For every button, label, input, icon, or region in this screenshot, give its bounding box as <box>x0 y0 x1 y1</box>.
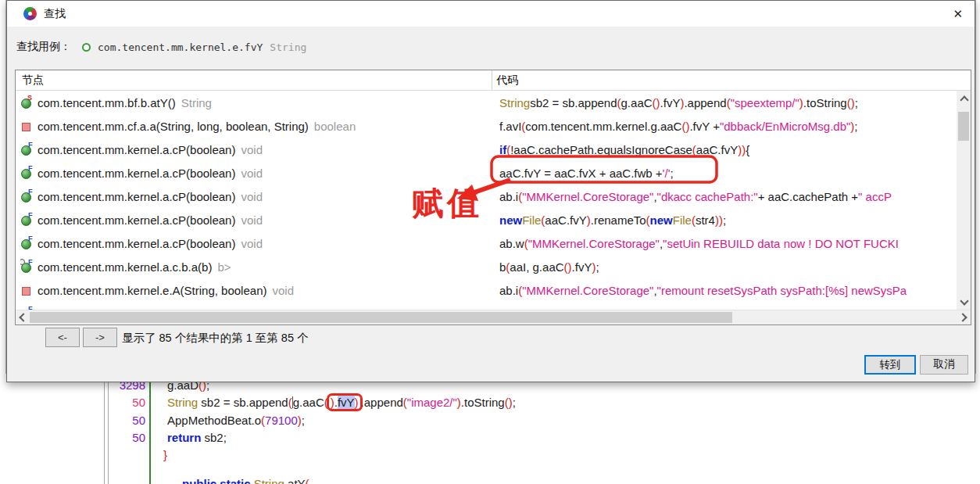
code-token: ; <box>513 396 516 409</box>
code-token: g.aaC <box>621 96 653 109</box>
horizontal-scrollbar[interactable] <box>16 310 971 324</box>
code-token: String <box>499 96 530 109</box>
result-row[interactable]: Scom.tencent.mm.bf.b.atY()StringString s… <box>16 91 957 114</box>
usage-value-type: String <box>270 41 306 53</box>
code-token: !aaC.cachePath.equalsIgnoreCase <box>510 143 692 156</box>
code-token: f.avI <box>499 120 521 133</box>
selection: fvY <box>338 396 355 409</box>
return-type: void <box>241 167 263 180</box>
return-type: b> <box>217 260 231 274</box>
code-token: if <box>499 143 506 156</box>
cancel-button[interactable]: 取消 <box>920 355 968 375</box>
code-token: '/' <box>663 167 671 180</box>
background-window-edge <box>975 0 976 385</box>
result-row[interactable]: Fcom.tencent.mm.kernel.a.cP(boolean)void… <box>16 208 957 231</box>
pager-status: 显示了 85 个结果中的第 1 至第 85 个 <box>122 331 309 346</box>
code-token: aaC.fvY <box>696 143 738 156</box>
node-cell: Fcom.tencent.mm.kernel.a.cP(boolean)void <box>20 231 489 255</box>
line-number: 50 <box>108 413 145 428</box>
code-token: () <box>653 96 660 109</box>
next-page-button[interactable]: -> <box>83 328 117 347</box>
code-token: ab.w <box>499 237 524 250</box>
method-private-icon <box>20 284 33 296</box>
result-row[interactable]: com.tencent.mm.cf.a.a(String, long, bool… <box>16 114 957 138</box>
code-token: public static <box>182 477 254 484</box>
code-token: String <box>254 477 284 484</box>
code-token: .toString <box>461 396 505 409</box>
result-row[interactable]: Fcom.tencent.mm.kernel.a.c.b.a(b)b>b(aaI… <box>16 255 957 278</box>
usage-row: 查找用例： com.tencent.mm.kernel.e.fvY String <box>16 39 306 55</box>
code-token: .fvY + <box>689 120 720 133</box>
code-token: atY <box>284 477 306 484</box>
code-token: )) <box>738 143 746 156</box>
close-icon[interactable]: ✕ <box>953 7 963 20</box>
code-token: "MMKernel.CoreStorage" <box>522 284 653 297</box>
code-token: } <box>163 448 167 461</box>
method-final-icon: F <box>20 143 33 156</box>
code-token: com.tencent.mm.kernel.g.aaC <box>525 120 681 133</box>
scroll-up-icon[interactable] <box>960 95 968 104</box>
result-row[interactable]: Fcom.tencent.mm.kernel.a.cP(boolean)void… <box>16 185 957 208</box>
code-token: "dkacc cachePath:" <box>657 190 758 203</box>
code-token: sb2 = sb.append <box>198 396 288 409</box>
dialog-titlebar[interactable]: 查找 <box>7 1 975 27</box>
vertical-scroll-thumb[interactable] <box>958 112 969 141</box>
code-token: File <box>522 213 541 227</box>
prev-page-button[interactable]: <- <box>45 328 80 347</box>
code-token: () <box>505 396 513 409</box>
code-token: .append <box>361 396 403 409</box>
method-signature: com.tencent.mm.bf.b.atY() <box>38 96 176 109</box>
panel-splitter[interactable] <box>104 374 105 484</box>
code-token: aaI, g.aaC <box>510 260 563 274</box>
code-cell: new File(aaC.fvY).renameTo(new File(str4… <box>492 208 957 231</box>
code-token: + aaC.cachePath + <box>758 190 858 203</box>
goto-button[interactable]: 转到 <box>864 355 916 375</box>
return-type: void <box>241 237 263 250</box>
code-cell: ab.w("MMKernel.CoreStorage", "setUin REB… <box>492 231 957 255</box>
code-token: () <box>681 120 689 133</box>
scroll-right-icon[interactable] <box>958 313 967 321</box>
code-token: sb2; <box>201 431 227 444</box>
column-divider[interactable] <box>492 70 492 90</box>
vertical-scrollbar[interactable] <box>957 91 971 310</box>
code-cell: aaC.fvY = aaC.fvX + aaC.fwb + '/'; <box>492 161 957 185</box>
results-body: Scom.tencent.mm.bf.b.atY()StringString s… <box>16 91 957 310</box>
node-cell: Fcom.tencent.mm.kernel.a.cP(boolean)void <box>20 138 489 161</box>
method-signature: com.tencent.mm.kernel.a.cP(boolean) <box>38 167 235 180</box>
method-signature: com.tencent.mm.kernel.e.A(String, boolea… <box>38 284 266 297</box>
code-token: File <box>673 213 692 227</box>
result-row[interactable]: Fcom.tencent.mm.kernel.a.cP(boolean)void… <box>16 161 957 185</box>
node-cell: Fcom.tencent.mm.kernel.a.c.b.a(b)b> <box>20 255 489 278</box>
node-cell: com.tencent.mm.cf.a.a(String, long, bool… <box>20 114 489 138</box>
code-token: str4 <box>696 213 715 227</box>
code-token: .append <box>684 96 726 109</box>
method-signature: com.tencent.mm.cf.a.a(String, long, bool… <box>38 120 309 133</box>
method-final-icon: F <box>20 213 33 226</box>
code-token: ( <box>306 477 309 484</box>
return-type: void <box>241 143 263 156</box>
highlight-box: ).fvY) <box>327 393 363 411</box>
return-type: String <box>181 96 212 109</box>
node-cell: Scom.tencent.mm.bf.b.atY()String <box>20 91 489 114</box>
code-token: () <box>847 96 855 109</box>
code-editor[interactable]: 3298g.aaD();50String sb2 = sb.append(g.a… <box>0 374 980 484</box>
screen: 3298g.aaD();50String sb2 = sb.append(g.a… <box>0 0 980 484</box>
result-row[interactable]: Fcom.tencent.mm.kernel.a.cP(boolean)void… <box>16 231 957 255</box>
code-line: public static String atY( <box>151 476 309 484</box>
code-token: 79100 <box>265 414 298 427</box>
code-line: return sb2; <box>151 430 227 446</box>
scroll-left-icon[interactable] <box>19 313 27 321</box>
code-token: new <box>499 213 522 227</box>
result-row[interactable]: Fcom.tencent.mm.kernel.a.cP(boolean)void… <box>16 138 957 161</box>
code-token: aaC.fvY = aaC.fvX + aaC.fwb + <box>499 167 663 180</box>
method-final-icon: F <box>20 237 33 249</box>
node-cell: Fcom.tencent.mm.kernel.a.cP(boolean)void <box>20 161 489 185</box>
code-token: String <box>167 396 198 409</box>
code-token: b <box>499 260 506 274</box>
horizontal-scroll-thumb[interactable] <box>30 312 732 323</box>
method-private-icon <box>20 120 33 132</box>
scroll-down-icon[interactable] <box>960 296 968 305</box>
result-row[interactable]: com.tencent.mm.kernel.e.A(String, boolea… <box>16 278 957 302</box>
table-header: 节点 代码 <box>16 70 971 91</box>
code-token: "speextemp/" <box>731 96 799 109</box>
